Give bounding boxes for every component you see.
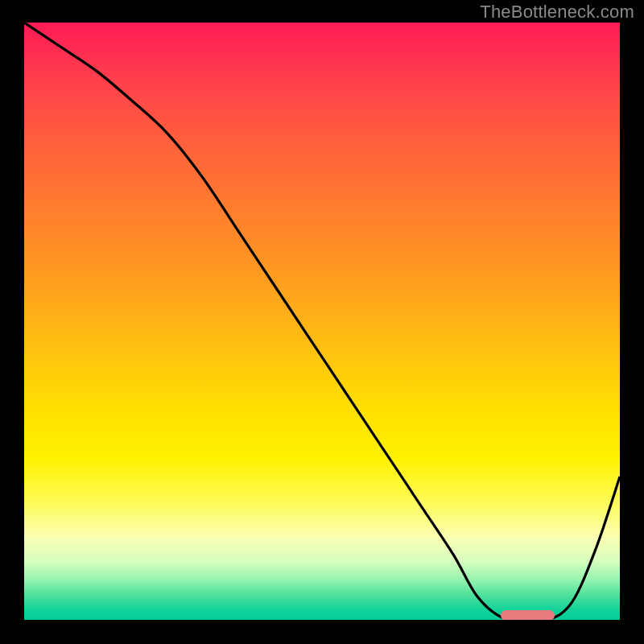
watermark-text: TheBottleneck.com [480, 2, 634, 23]
x-axis [19, 620, 625, 625]
y-axis [19, 18, 24, 626]
plot-area [24, 23, 620, 620]
chart-frame: TheBottleneck.com [0, 0, 644, 644]
optimal-range-marker [501, 610, 555, 620]
bottleneck-curve [24, 23, 620, 620]
curve-path [24, 23, 620, 620]
